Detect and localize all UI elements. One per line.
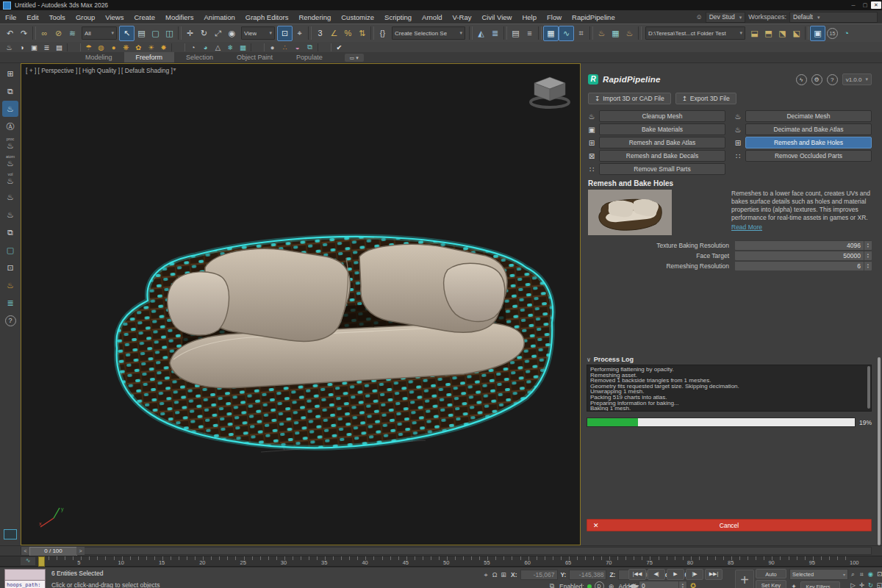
workspace-dropdown[interactable]: Default (789, 12, 878, 23)
window-crossing-icon[interactable]: ◫ (162, 26, 176, 40)
power-icon[interactable]: ϟ (796, 74, 807, 85)
save-reminder-icon[interactable]: ▣ (810, 26, 825, 41)
teapot-paint-icon[interactable]: ♨ (2, 207, 18, 223)
vray-render-icon[interactable]: ♨ (3, 43, 15, 52)
field-input[interactable]: 50000 (735, 251, 872, 260)
tab-object-paint[interactable]: Object Paint (225, 52, 284, 62)
process-log-header[interactable]: ∨Process Log (587, 356, 634, 363)
render-production-icon[interactable]: ♨ (623, 26, 637, 40)
menu-item[interactable]: File (0, 13, 21, 21)
select-and-link-icon[interactable]: ∞ (37, 26, 51, 40)
vray-materials-icon[interactable]: ◑ (15, 43, 28, 52)
menu-item[interactable]: Civil View (476, 13, 517, 21)
settings-gear-icon[interactable]: ⚙ (811, 74, 822, 85)
vray-lister-icon[interactable]: ≣ (40, 43, 53, 52)
action-button[interactable]: Remesh and Bake Atlas (599, 137, 725, 148)
proxy-icon[interactable]: ◔ (187, 43, 199, 52)
unlink-selection-icon[interactable]: ⊘ (51, 26, 65, 40)
action-button[interactable]: Remove Small Parts (599, 163, 725, 175)
light-sphere-icon[interactable]: ● (107, 43, 120, 52)
fur-icon[interactable]: ❄ (224, 43, 237, 52)
region-teapot-icon[interactable]: ▢ (2, 242, 18, 258)
sofa-3d-model[interactable] (104, 205, 559, 459)
vray-camera-icon[interactable]: ▤ (53, 43, 65, 52)
light-dome-icon[interactable]: ◍ (95, 43, 107, 52)
menu-item[interactable]: Arnold (417, 13, 447, 21)
percent-snap-icon[interactable]: % (341, 26, 355, 40)
notes-icon[interactable]: ≣ (2, 295, 18, 311)
menu-item[interactable]: Create (129, 13, 160, 21)
select-and-place-icon[interactable]: ◉ (225, 26, 239, 40)
auto-key-button[interactable]: Auto Key (756, 569, 786, 578)
next-frame-button[interactable]: |▶ (686, 569, 703, 580)
selection-lock-icon[interactable]: Ω (490, 571, 499, 579)
menu-item[interactable]: Scripting (379, 13, 417, 21)
menu-item[interactable]: Graph Editors (240, 13, 294, 21)
palette-icon[interactable]: ◒ (291, 43, 304, 52)
viewport-layout-tab[interactable] (4, 529, 17, 539)
sync-clock-icon[interactable]: ◔ (839, 26, 853, 40)
layer-explorer-icon[interactable]: ≡ (523, 26, 537, 40)
ribbon-config-icon[interactable]: ▭ ▾ (345, 54, 364, 62)
asset-export-icon[interactable]: ⬔ (775, 26, 789, 40)
maxscript-listener-input[interactable]: hoops_path: (4, 581, 46, 588)
redo-icon[interactable]: ↷ (17, 26, 31, 40)
use-pivot-point-icon[interactable]: ⊡ (277, 26, 293, 41)
menu-item[interactable]: RapidPipeline (567, 13, 620, 21)
render-window-icon[interactable]: ⧉ (2, 83, 18, 99)
time-slider-track[interactable] (21, 547, 872, 555)
menu-item[interactable]: V-Ray (448, 13, 477, 21)
pan-icon[interactable]: ✛ (858, 580, 866, 588)
panel-scrollbar[interactable] (878, 357, 881, 545)
edit-named-selection-sets-icon[interactable]: {} (376, 26, 390, 40)
tab-selection[interactable]: Selection (174, 52, 225, 62)
previous-frame-button[interactable]: ◀| (648, 569, 665, 580)
viewport-label-segment[interactable]: [ Default Shading ] (121, 67, 173, 74)
asset-link-icon[interactable]: ⬕ (789, 26, 803, 40)
layers-icon[interactable]: ⧉ (2, 224, 18, 240)
key-mode-toggle-icon[interactable]: ◀▶ (628, 582, 637, 588)
pin-label-icon[interactable]: Ⓐ (2, 118, 18, 135)
previous-frame-arrow[interactable]: < (21, 547, 29, 555)
field-spinner[interactable] (864, 251, 872, 260)
close-button[interactable]: ✕ (871, 1, 881, 9)
maximize-button[interactable]: ▢ (859, 2, 871, 8)
go-to-end-button[interactable]: ▶▶| (705, 569, 723, 580)
absolute-mode-icon[interactable]: ⊞ (499, 571, 508, 579)
light-teapot-icon[interactable]: ♨ (2, 277, 18, 293)
asset-import-icon[interactable]: ⬒ (761, 26, 775, 40)
log-scrollbar[interactable] (867, 366, 870, 409)
viewport-label-segment[interactable]: [ High Quality ] (79, 67, 120, 74)
menu-item[interactable]: Edit (21, 13, 43, 21)
field-input[interactable]: 4096 (735, 240, 872, 250)
bind-to-space-warp-icon[interactable]: ≋ (65, 26, 79, 40)
pie-chart-icon[interactable]: ◕ (199, 43, 212, 52)
clone-icon[interactable]: ⧉ (304, 43, 316, 52)
maxscript-mini-listener[interactable] (4, 569, 46, 581)
isolate-selection-icon[interactable]: ⌖ (481, 571, 490, 579)
project-folder-dropdown[interactable]: D:\Teresa\Test...ct Folder Test (645, 26, 745, 40)
select-and-rotate-icon[interactable]: ↻ (197, 26, 211, 40)
export-3d-button[interactable]: ↥ Export 3D File (675, 93, 736, 104)
zoom-extents-icon[interactable]: ◉ (867, 569, 875, 579)
sky-light-icon[interactable]: ✸ (157, 43, 170, 52)
user-dropdown[interactable]: Dev Stud (706, 12, 745, 23)
action-button[interactable]: Bake Materials (599, 123, 725, 135)
current-frame-field[interactable]: 0 (639, 581, 687, 588)
asset-library-icon[interactable]: ⬓ (747, 26, 761, 40)
next-frame-arrow[interactable]: > (76, 547, 85, 555)
help-circle-icon[interactable]: ? (827, 74, 838, 85)
tab-populate[interactable]: Populate (284, 52, 334, 62)
atom-create-icon[interactable]: atom♨ (2, 154, 18, 170)
help-icon[interactable]: ? (2, 312, 18, 329)
import-3d-button[interactable]: ↧ Import 3D or CAD File (588, 93, 671, 104)
menu-item[interactable]: Flow (542, 13, 567, 21)
material-sphere-icon[interactable]: ● (266, 43, 279, 52)
select-and-scale-icon[interactable]: ⤢ (211, 26, 225, 40)
track-bar[interactable]: ∿ 51015202530354045505560657075808590951… (0, 556, 882, 567)
play-button[interactable]: ▶ (667, 569, 684, 580)
menu-item[interactable]: Help (517, 13, 542, 21)
named-selection-sets-dropdown[interactable]: Create Selection Se (392, 26, 465, 40)
set-key-button[interactable]: Set Key (756, 580, 786, 588)
current-frame-marker[interactable] (38, 556, 45, 567)
